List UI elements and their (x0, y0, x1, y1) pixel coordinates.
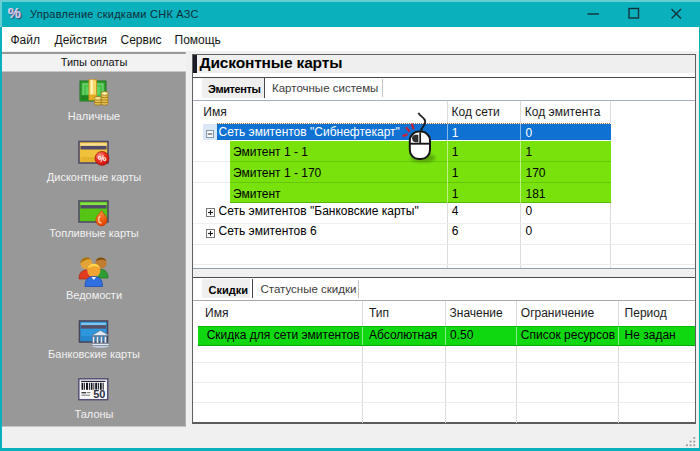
svg-text:50: 50 (93, 388, 105, 400)
